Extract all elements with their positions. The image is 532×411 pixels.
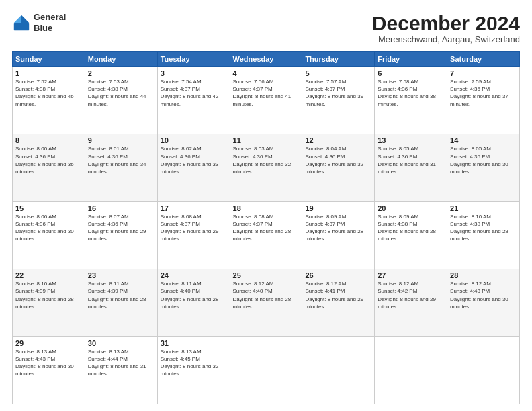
day-content: Sunrise: 8:09 AMSunset: 4:38 PMDaylight:… xyxy=(378,213,444,243)
table-row: 22Sunrise: 8:10 AMSunset: 4:39 PMDayligh… xyxy=(13,269,85,336)
title-area: December 2024 Merenschwand, Aargau, Swit… xyxy=(372,12,520,44)
day-number: 7 xyxy=(450,69,517,77)
table-row: 10Sunrise: 8:02 AMSunset: 4:36 PMDayligh… xyxy=(157,134,230,201)
table-row xyxy=(230,336,302,404)
day-content: Sunrise: 8:13 AMSunset: 4:45 PMDaylight:… xyxy=(161,348,227,378)
day-number: 20 xyxy=(378,204,444,212)
table-row: 29Sunrise: 8:13 AMSunset: 4:43 PMDayligh… xyxy=(13,336,85,404)
calendar-page: General Blue December 2024 Merenschwand,… xyxy=(0,0,532,411)
col-sunday: Sunday xyxy=(13,52,85,67)
calendar-week-1: 1Sunrise: 7:52 AMSunset: 4:38 PMDaylight… xyxy=(13,67,520,134)
table-row xyxy=(375,336,447,404)
day-number: 29 xyxy=(15,339,82,347)
day-content: Sunrise: 8:03 AMSunset: 4:36 PMDaylight:… xyxy=(233,145,300,175)
col-tuesday: Tuesday xyxy=(157,52,230,67)
table-row: 1Sunrise: 7:52 AMSunset: 4:38 PMDaylight… xyxy=(13,67,85,134)
day-content: Sunrise: 8:06 AMSunset: 4:36 PMDaylight:… xyxy=(15,213,82,243)
day-number: 10 xyxy=(161,136,227,144)
day-number: 9 xyxy=(88,136,154,144)
day-number: 16 xyxy=(88,204,154,212)
day-number: 28 xyxy=(450,271,517,279)
table-row: 7Sunrise: 7:59 AMSunset: 4:36 PMDaylight… xyxy=(447,67,520,134)
table-row: 31Sunrise: 8:13 AMSunset: 4:45 PMDayligh… xyxy=(157,336,230,404)
day-number: 22 xyxy=(15,271,82,279)
day-number: 4 xyxy=(233,69,300,77)
svg-rect-2 xyxy=(14,23,29,30)
day-number: 17 xyxy=(161,204,227,212)
table-row: 24Sunrise: 8:11 AMSunset: 4:40 PMDayligh… xyxy=(157,269,230,336)
day-content: Sunrise: 8:05 AMSunset: 4:36 PMDaylight:… xyxy=(450,145,517,175)
table-row xyxy=(302,336,375,404)
day-number: 18 xyxy=(233,204,300,212)
calendar-week-2: 8Sunrise: 8:00 AMSunset: 4:36 PMDaylight… xyxy=(13,134,520,201)
day-content: Sunrise: 7:54 AMSunset: 4:37 PMDaylight:… xyxy=(161,78,227,108)
day-content: Sunrise: 8:12 AMSunset: 4:41 PMDaylight:… xyxy=(305,280,371,310)
day-number: 26 xyxy=(305,271,371,279)
table-row: 30Sunrise: 8:13 AMSunset: 4:44 PMDayligh… xyxy=(85,336,157,404)
table-row: 20Sunrise: 8:09 AMSunset: 4:38 PMDayligh… xyxy=(375,201,447,269)
day-number: 1 xyxy=(15,69,82,77)
day-content: Sunrise: 8:11 AMSunset: 4:39 PMDaylight:… xyxy=(88,280,154,310)
table-row: 28Sunrise: 8:12 AMSunset: 4:43 PMDayligh… xyxy=(447,269,520,336)
day-content: Sunrise: 7:53 AMSunset: 4:38 PMDaylight:… xyxy=(88,78,154,108)
table-row: 13Sunrise: 8:05 AMSunset: 4:36 PMDayligh… xyxy=(375,134,447,201)
svg-marker-1 xyxy=(14,15,21,22)
day-content: Sunrise: 8:13 AMSunset: 4:43 PMDaylight:… xyxy=(15,348,82,378)
day-content: Sunrise: 8:02 AMSunset: 4:36 PMDaylight:… xyxy=(161,145,227,175)
day-content: Sunrise: 8:07 AMSunset: 4:36 PMDaylight:… xyxy=(88,213,154,243)
day-content: Sunrise: 8:12 AMSunset: 4:42 PMDaylight:… xyxy=(378,280,444,310)
day-content: Sunrise: 8:10 AMSunset: 4:38 PMDaylight:… xyxy=(450,213,517,243)
table-row: 9Sunrise: 8:01 AMSunset: 4:36 PMDaylight… xyxy=(85,134,157,201)
day-content: Sunrise: 8:13 AMSunset: 4:44 PMDaylight:… xyxy=(88,348,154,378)
calendar-week-5: 29Sunrise: 8:13 AMSunset: 4:43 PMDayligh… xyxy=(13,336,520,404)
day-content: Sunrise: 7:58 AMSunset: 4:36 PMDaylight:… xyxy=(378,78,444,108)
day-content: Sunrise: 8:12 AMSunset: 4:43 PMDaylight:… xyxy=(450,280,517,310)
day-number: 19 xyxy=(305,204,371,212)
col-monday: Monday xyxy=(85,52,157,67)
col-thursday: Thursday xyxy=(302,52,375,67)
day-number: 6 xyxy=(378,69,444,77)
table-row: 26Sunrise: 8:12 AMSunset: 4:41 PMDayligh… xyxy=(302,269,375,336)
table-row: 8Sunrise: 8:00 AMSunset: 4:36 PMDaylight… xyxy=(13,134,85,201)
day-number: 15 xyxy=(15,204,82,212)
table-row: 23Sunrise: 8:11 AMSunset: 4:39 PMDayligh… xyxy=(85,269,157,336)
logo-text: General Blue xyxy=(34,12,66,33)
table-row: 12Sunrise: 8:04 AMSunset: 4:36 PMDayligh… xyxy=(302,134,375,201)
table-row: 21Sunrise: 8:10 AMSunset: 4:38 PMDayligh… xyxy=(447,201,520,269)
day-content: Sunrise: 8:08 AMSunset: 4:37 PMDaylight:… xyxy=(233,213,300,243)
table-row: 3Sunrise: 7:54 AMSunset: 4:37 PMDaylight… xyxy=(157,67,230,134)
day-number: 25 xyxy=(233,271,300,279)
svg-marker-0 xyxy=(21,15,29,22)
table-row: 18Sunrise: 8:08 AMSunset: 4:37 PMDayligh… xyxy=(230,201,302,269)
table-row: 16Sunrise: 8:07 AMSunset: 4:36 PMDayligh… xyxy=(85,201,157,269)
day-number: 13 xyxy=(378,136,444,144)
col-wednesday: Wednesday xyxy=(230,52,302,67)
day-number: 12 xyxy=(305,136,371,144)
table-row xyxy=(447,336,520,404)
table-row: 25Sunrise: 8:12 AMSunset: 4:40 PMDayligh… xyxy=(230,269,302,336)
day-number: 2 xyxy=(88,69,154,77)
day-number: 5 xyxy=(305,69,371,77)
day-content: Sunrise: 8:09 AMSunset: 4:37 PMDaylight:… xyxy=(305,213,371,243)
day-content: Sunrise: 7:57 AMSunset: 4:37 PMDaylight:… xyxy=(305,78,371,108)
day-content: Sunrise: 8:04 AMSunset: 4:36 PMDaylight:… xyxy=(305,145,371,175)
day-number: 11 xyxy=(233,136,300,144)
day-number: 3 xyxy=(161,69,227,77)
day-content: Sunrise: 8:10 AMSunset: 4:39 PMDaylight:… xyxy=(15,280,82,310)
day-content: Sunrise: 7:56 AMSunset: 4:37 PMDaylight:… xyxy=(233,78,300,108)
header-row: Sunday Monday Tuesday Wednesday Thursday… xyxy=(13,52,520,67)
table-row: 2Sunrise: 7:53 AMSunset: 4:38 PMDaylight… xyxy=(85,67,157,134)
table-row: 5Sunrise: 7:57 AMSunset: 4:37 PMDaylight… xyxy=(302,67,375,134)
day-content: Sunrise: 8:00 AMSunset: 4:36 PMDaylight:… xyxy=(15,145,82,175)
day-number: 14 xyxy=(450,136,517,144)
day-number: 27 xyxy=(378,271,444,279)
day-number: 24 xyxy=(161,271,227,279)
day-content: Sunrise: 8:05 AMSunset: 4:36 PMDaylight:… xyxy=(378,145,444,175)
table-row: 27Sunrise: 8:12 AMSunset: 4:42 PMDayligh… xyxy=(375,269,447,336)
calendar-week-3: 15Sunrise: 8:06 AMSunset: 4:36 PMDayligh… xyxy=(13,201,520,269)
day-content: Sunrise: 8:01 AMSunset: 4:36 PMDaylight:… xyxy=(88,145,154,175)
table-row: 19Sunrise: 8:09 AMSunset: 4:37 PMDayligh… xyxy=(302,201,375,269)
day-content: Sunrise: 7:59 AMSunset: 4:36 PMDaylight:… xyxy=(450,78,517,108)
col-saturday: Saturday xyxy=(447,52,520,67)
day-number: 31 xyxy=(161,339,227,347)
